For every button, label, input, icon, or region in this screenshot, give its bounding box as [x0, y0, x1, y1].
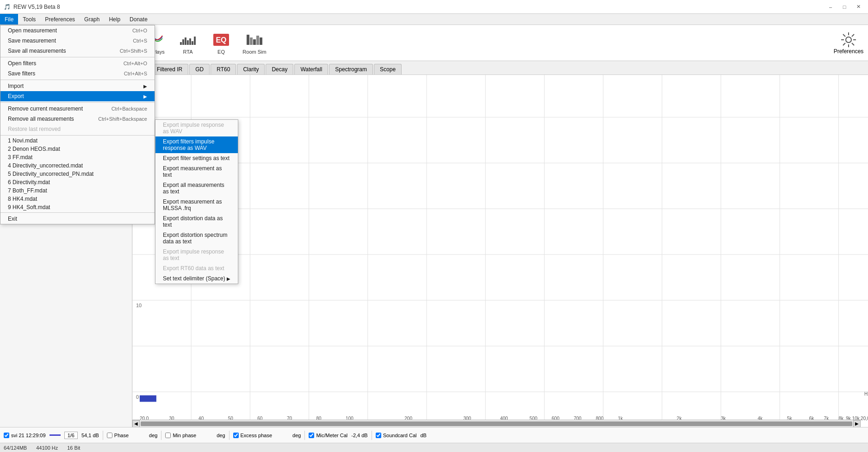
recent-4[interactable]: 4 Directivity_uncorrected.mdat: [0, 161, 155, 170]
recent-2[interactable]: 2 Denon HEOS.mdat: [0, 145, 155, 153]
menu-open-measurement[interactable]: Open measurement Ctrl+O: [0, 25, 155, 36]
export-distortion-text[interactable]: Export distortion data as text: [155, 213, 238, 230]
menu-remove-all[interactable]: Remove all measurements Ctrl+Shift+Backs…: [0, 114, 155, 124]
phase-label: Phase: [114, 433, 129, 438]
mic-cal-checkbox[interactable]: [309, 433, 314, 438]
min-phase-label: Min phase: [173, 433, 196, 438]
tab-scope[interactable]: Scope: [374, 64, 402, 74]
minimize-button[interactable]: –: [825, 2, 837, 12]
separator-4: [0, 135, 155, 136]
svg-point-18: [846, 37, 851, 43]
separator-3: [0, 102, 155, 103]
menu-file[interactable]: File: [0, 14, 18, 25]
mic-cal-label: Mic/Meter Cal: [316, 433, 347, 438]
tab-rt60[interactable]: RT60: [211, 64, 236, 74]
rta-button[interactable]: RTA: [173, 27, 203, 59]
tab-decay[interactable]: Decay: [266, 64, 293, 74]
separator-5: [0, 212, 155, 213]
svg-rect-9: [192, 41, 193, 45]
app-icon: 🎵: [4, 4, 11, 10]
room-sim-button[interactable]: Room Sim: [240, 27, 269, 59]
smoothing-value[interactable]: 1/6: [64, 432, 78, 439]
min-phase-checkbox[interactable]: [165, 433, 171, 438]
recent-8[interactable]: 8 HK4.mdat: [0, 195, 155, 203]
level-item: 54,1 dB: [81, 433, 99, 438]
menu-exit[interactable]: Exit: [0, 214, 155, 224]
tab-filtered-ir[interactable]: Filtered IR: [151, 64, 188, 74]
soundcard-cal-checkbox-item: Soundcard Cal dB: [376, 433, 427, 438]
svg-line-26: [843, 43, 845, 45]
eq-icon: EQ: [212, 31, 230, 48]
recent-3[interactable]: 3 FF.mdat: [0, 153, 155, 161]
excess-phase-checkbox[interactable]: [233, 433, 239, 438]
export-filters-ir-wav[interactable]: Export filters impulse response as WAV: [155, 136, 238, 153]
mic-cal-checkbox-item: Mic/Meter Cal -2,4 dB: [309, 433, 367, 438]
min-phase-checkbox-item: Min phase deg: [165, 433, 225, 438]
menu-open-filters[interactable]: Open filters Ctrl+Alt+O: [0, 58, 155, 68]
menu-graph[interactable]: Graph: [80, 14, 104, 25]
recent-1[interactable]: 1 Novi.mdat: [0, 136, 155, 145]
recent-7[interactable]: 7 Both_FF.mdat: [0, 186, 155, 195]
measurement-checkbox[interactable]: [4, 433, 9, 438]
svg-text:0: 0: [136, 394, 139, 400]
svg-text:10: 10: [136, 303, 142, 308]
menu-preferences[interactable]: Preferences: [40, 14, 80, 25]
recent-9[interactable]: 9 HK4_Soft.mdat: [0, 203, 155, 211]
tab-waterfall[interactable]: Waterfall: [294, 64, 328, 74]
menu-donate[interactable]: Donate: [125, 14, 152, 25]
phase-checkbox[interactable]: [107, 433, 112, 438]
maximize-button[interactable]: □: [838, 2, 850, 12]
menu-tools[interactable]: Tools: [18, 14, 40, 25]
preferences-icon: [840, 31, 857, 48]
recent-5[interactable]: 5 Directivity_uncorrected_PN.mdat: [0, 170, 155, 178]
title-bar-left: 🎵 REW V5,19 Beta 8: [4, 4, 60, 10]
smoothing-item: 1/6: [64, 432, 78, 439]
svg-line-25: [852, 34, 854, 37]
menu-save-all-measurements[interactable]: Save all measurements Ctrl+Shift+S: [0, 46, 155, 56]
svg-rect-14: [250, 37, 253, 45]
menu-save-measurement[interactable]: Save measurement Ctrl+S: [0, 36, 155, 46]
soundcard-cal-checkbox[interactable]: [376, 433, 381, 438]
excess-phase-checkbox-item: Excess phase deg: [233, 433, 301, 438]
svg-line-24: [852, 43, 854, 45]
separator-2: [0, 80, 155, 80]
menu-help[interactable]: Help: [104, 14, 125, 25]
preferences-label: Preferences: [834, 48, 864, 55]
export-all-measurements-text[interactable]: Export all measurements as text: [155, 180, 238, 197]
export-ir-wav: Export impulse response as WAV: [155, 120, 238, 136]
bottom-bar: svi 21 12:29:09 1/6 54,1 dB Phase deg Mi…: [0, 427, 868, 443]
menu-save-filters[interactable]: Save filters Ctrl+Alt+S: [0, 68, 155, 79]
export-mlssa[interactable]: Export measurement as MLSSA .frq: [155, 197, 238, 213]
eq-label: EQ: [217, 49, 225, 55]
svg-rect-5: [182, 39, 184, 45]
export-measurement-text[interactable]: Export measurement as text: [155, 163, 238, 180]
h-scroll-right[interactable]: ▶: [853, 420, 861, 427]
eq-button[interactable]: EQ EQ: [206, 27, 236, 59]
svg-line-23: [843, 34, 845, 37]
svg-rect-8: [189, 38, 191, 45]
tab-gd[interactable]: GD: [189, 64, 210, 74]
recent-6[interactable]: 6 Directivity.mdat: [0, 178, 155, 186]
measurement-color-line: [50, 434, 61, 436]
export-filter-settings-text[interactable]: Export filter settings as text: [155, 153, 238, 163]
export-rt60-text: Export RT60 data as text: [155, 263, 238, 273]
menu-import[interactable]: Import ▶: [0, 81, 155, 91]
export-distortion-spectrum-text[interactable]: Export distortion spectrum data as text: [155, 230, 238, 247]
tab-spectrogram[interactable]: Spectrogram: [329, 64, 373, 74]
menu-export[interactable]: Export ▶: [0, 91, 155, 101]
preferences-button[interactable]: Preferences: [834, 27, 863, 59]
tab-clarity[interactable]: Clarity: [237, 64, 265, 74]
h-scroll-thumb[interactable]: [141, 421, 852, 426]
window-controls: – □ ✕: [825, 2, 864, 12]
close-button[interactable]: ✕: [852, 2, 864, 12]
h-scroll-left[interactable]: ◀: [132, 420, 140, 427]
h-scroll-track[interactable]: [141, 421, 852, 426]
export-submenu: Export impulse response as WAV Export fi…: [155, 119, 238, 284]
title-bar: 🎵 REW V5,19 Beta 8 – □ ✕: [0, 0, 868, 14]
svg-rect-16: [256, 36, 259, 45]
export-set-delimiter[interactable]: Set text delimiter (Space) ▶: [155, 273, 238, 284]
menu-remove-current[interactable]: Remove current measurement Ctrl+Backspac…: [0, 104, 155, 114]
separator-1: [0, 57, 155, 57]
file-dropdown-menu: Open measurement Ctrl+O Save measurement…: [0, 25, 155, 224]
h-scrollbar[interactable]: ◀ ▶: [132, 420, 861, 427]
